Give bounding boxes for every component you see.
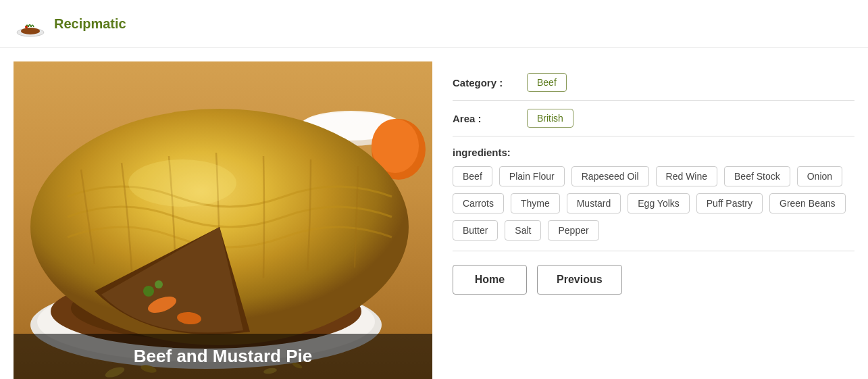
svg-point-2 [25,26,28,28]
ingredient-tag: Thyme [511,193,560,213]
ingredient-tag: Mustard [567,193,621,213]
ingredient-tag: Beef [453,166,492,186]
svg-point-21 [155,280,163,288]
area-row: Area : British [453,101,854,136]
actions-row: Home Previous [453,251,854,295]
recipe-info-section: Category : Beef Area : British ingredien… [453,61,854,379]
category-row: Category : Beef [453,65,854,101]
area-label: Area : [453,113,527,124]
ingredient-tag: Rapeseed Oil [571,166,649,186]
logo-icon [14,7,47,41]
recipe-title-overlay: Beef and Mustard Pie [14,334,432,379]
ingredient-tag: Puff Pastry [696,193,763,213]
ingredient-tag: Butter [453,220,498,241]
app-name: Recipmatic [54,16,126,32]
svg-point-1 [21,28,40,34]
ingredient-tag: Red Wine [656,166,717,186]
recipe-image [14,61,432,379]
ingredient-tag: Pepper [548,220,598,241]
ingredient-tag: Salt [505,220,541,241]
ingredient-tag: Carrots [453,193,504,213]
ingredient-tag: Green Beans [769,193,846,213]
category-badge: Beef [527,73,567,92]
header: Recipmatic [0,0,868,48]
ingredients-section: ingredients: BeefPlain FlourRapeseed Oil… [453,136,854,251]
recipe-image-section: Beef and Mustard Pie [14,61,432,379]
ingredient-tag: Beef Stock [724,166,790,186]
area-badge: British [527,109,573,128]
ingredients-grid: BeefPlain FlourRapeseed OilRed WineBeef … [453,166,854,241]
previous-button[interactable]: Previous [537,265,622,295]
recipe-image-background [14,61,432,379]
recipe-title: Beef and Mustard Pie [134,346,312,366]
ingredient-tag: Egg Yolks [628,193,690,213]
ingredients-label: ingredients: [453,147,854,158]
ingredient-tag: Plain Flour [499,166,565,186]
svg-point-26 [128,159,236,207]
svg-point-20 [143,286,154,297]
home-button[interactable]: Home [453,265,527,295]
ingredient-tag: Onion [797,166,842,186]
category-label: Category : [453,77,527,89]
main-container: Beef and Mustard Pie Category : Beef Are… [0,48,868,379]
